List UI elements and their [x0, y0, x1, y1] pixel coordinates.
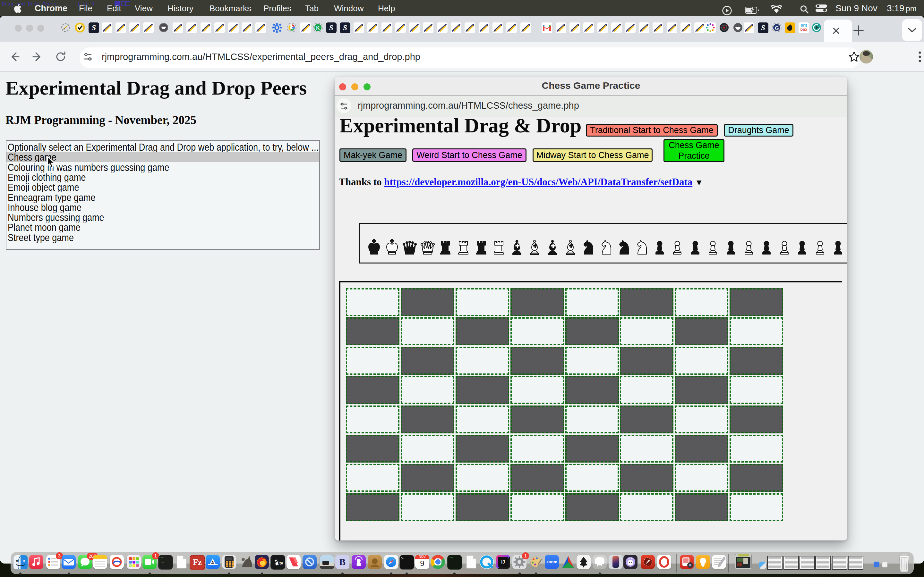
svg-text:K: K [316, 25, 320, 31]
svg-text:tv: tv [279, 561, 283, 566]
svg-text:G: G [774, 25, 779, 31]
